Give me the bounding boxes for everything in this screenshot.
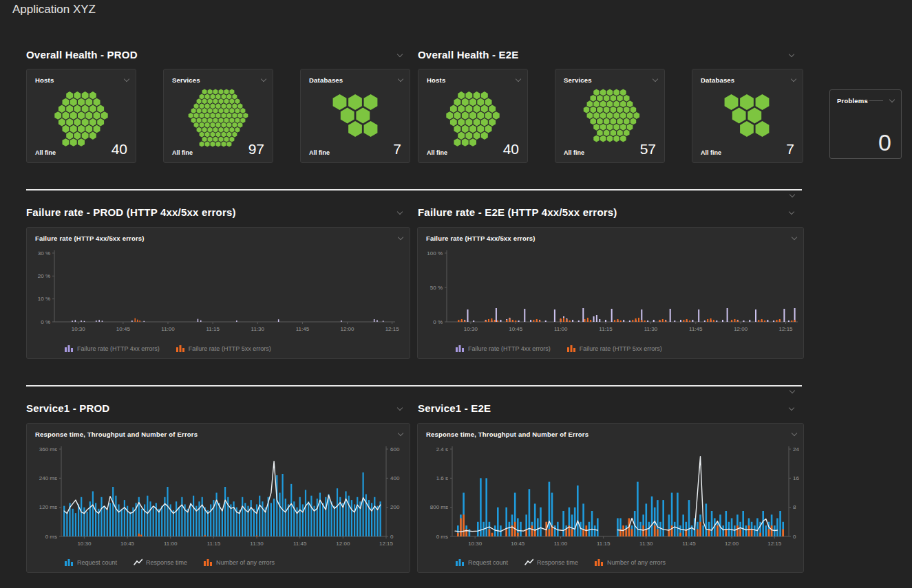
health-tile-databases-prod[interactable]: Databases All fine7 [300, 69, 410, 163]
hexagon[interactable] [70, 125, 77, 133]
hexagon[interactable] [78, 111, 85, 119]
hexagon[interactable] [458, 105, 465, 113]
hexagon[interactable] [597, 118, 603, 125]
health-tile-hosts-prod[interactable]: Hosts All fine40 [26, 69, 136, 163]
hexagon[interactable] [94, 98, 100, 106]
chevron-down-icon[interactable] [789, 389, 796, 394]
hexagon[interactable] [465, 91, 472, 100]
legend-item[interactable]: Response time [524, 558, 578, 566]
hexagon[interactable] [232, 113, 237, 118]
hexagon[interactable] [235, 108, 240, 113]
hexagon[interactable] [66, 105, 73, 113]
service1-prod-chart[interactable]: 360 ms240 ms120 ms0 ms600400200010:3010:… [27, 440, 410, 553]
hexagon[interactable] [235, 98, 240, 104]
chevron-down-icon[interactable] [791, 235, 798, 241]
hexagon[interactable] [469, 98, 476, 106]
hexagon[interactable] [600, 89, 606, 96]
hexagon[interactable] [235, 127, 240, 133]
hexagon[interactable] [94, 125, 100, 133]
hexagon[interactable] [200, 103, 204, 109]
hexagon[interactable] [189, 113, 193, 118]
hexagon[interactable] [458, 91, 465, 100]
legend-item[interactable]: Failure rate (HTTP 4xx errors) [65, 345, 160, 352]
hexagon[interactable] [232, 122, 237, 128]
hexagon[interactable] [604, 129, 610, 136]
hexagon[interactable] [237, 122, 242, 128]
hexagon[interactable] [63, 111, 70, 119]
hexagon[interactable] [222, 103, 226, 109]
hexagon[interactable] [211, 103, 215, 109]
hexagon[interactable] [627, 112, 633, 119]
hexagon[interactable] [222, 132, 226, 138]
hexagon[interactable] [208, 118, 213, 123]
hexagon[interactable] [219, 127, 224, 133]
hexagon[interactable] [74, 91, 81, 100]
hexagon[interactable] [205, 94, 210, 99]
hexagon[interactable] [620, 124, 626, 131]
hexagon[interactable] [82, 118, 89, 127]
hexagon[interactable] [593, 89, 600, 96]
hexagon[interactable] [219, 98, 224, 104]
service1-e2e-chart[interactable]: 2.4 s1.6 s800 ms0 ms24168010:3010:4511:0… [418, 440, 803, 553]
hexagon[interactable] [469, 111, 476, 119]
hexagon[interactable] [194, 113, 199, 118]
chevron-down-icon[interactable] [397, 235, 404, 241]
hexagon[interactable] [211, 113, 215, 118]
health-tile-services-e2e[interactable]: Services All fine57 [555, 69, 665, 163]
hexagon[interactable] [584, 107, 590, 113]
chevron-down-icon[interactable] [789, 193, 796, 198]
hexagon[interactable] [607, 112, 613, 119]
hexagon[interactable] [66, 132, 73, 140]
hex-cluster[interactable] [692, 82, 801, 149]
hex-cluster[interactable] [555, 82, 664, 149]
hexagon[interactable] [591, 107, 597, 113]
legend-item[interactable]: Number of any errors [204, 558, 275, 566]
hexagon[interactable] [450, 118, 457, 127]
legend-item[interactable]: Request count [456, 558, 508, 566]
hexagon[interactable] [481, 105, 488, 113]
chevron-down-icon[interactable] [396, 210, 403, 215]
hexagon[interactable] [613, 89, 619, 96]
hexagon[interactable] [226, 132, 231, 138]
hexagon[interactable] [620, 100, 626, 107]
hexagon[interactable] [458, 118, 465, 127]
hexagon[interactable] [200, 122, 204, 128]
hexagon[interactable] [620, 89, 626, 96]
hexagon[interactable] [591, 95, 597, 102]
hexagon[interactable] [600, 124, 606, 131]
hexagon[interactable] [333, 94, 347, 110]
hexagon[interactable] [205, 122, 210, 128]
hexagon[interactable] [70, 98, 77, 106]
hexagon[interactable] [597, 107, 603, 113]
hexagon[interactable] [617, 95, 623, 102]
hexagon[interactable] [216, 103, 221, 109]
hexagon[interactable] [224, 108, 229, 113]
hexagon[interactable] [222, 94, 226, 99]
hexagon[interactable] [200, 94, 204, 99]
hexagon[interactable] [202, 98, 207, 104]
hexagon[interactable] [213, 127, 218, 133]
hexagon[interactable] [97, 105, 104, 113]
health-tile-databases-e2e[interactable]: Databases All fine7 [692, 69, 803, 163]
hexagon[interactable] [607, 100, 613, 107]
hexagon[interactable] [222, 122, 226, 128]
failure-rate-prod-chart[interactable]: 30 %20 %10 %0 %10:3010:4511:0011:1511:30… [27, 244, 410, 338]
hexagon[interactable] [224, 98, 229, 104]
hexagon[interactable] [97, 118, 104, 127]
hexagon[interactable] [63, 98, 70, 106]
hexagon[interactable] [747, 108, 761, 124]
hexagon[interactable] [232, 103, 237, 109]
hexagon[interactable] [229, 89, 234, 95]
hexagon[interactable] [219, 118, 224, 123]
hexagon[interactable] [591, 118, 597, 125]
hexagon[interactable] [216, 113, 221, 118]
hexagon[interactable] [597, 129, 603, 136]
hexagon[interactable] [216, 122, 221, 128]
hexagon[interactable] [224, 118, 229, 123]
hexagon[interactable] [481, 118, 488, 127]
hexagon[interactable] [600, 100, 606, 107]
hexagon[interactable] [477, 98, 484, 106]
hexagon[interactable] [454, 111, 461, 119]
legend-item[interactable]: Number of any errors [595, 558, 666, 566]
hexagon[interactable] [222, 113, 226, 118]
